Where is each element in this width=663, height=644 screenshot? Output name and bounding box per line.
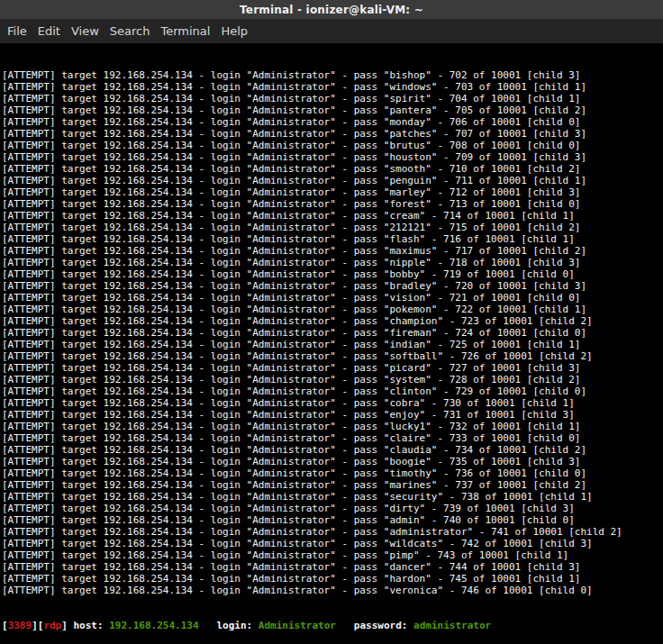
attempt-line: [ATTEMPT] target 192.168.254.134 - login… — [2, 222, 663, 233]
menu-search[interactable]: Search — [104, 24, 156, 38]
attempt-line: [ATTEMPT] target 192.168.254.134 - login… — [2, 491, 663, 503]
attempt-line: [ATTEMPT] target 192.168.254.134 - login… — [2, 409, 663, 421]
attempt-line: [ATTEMPT] target 192.168.254.134 - login… — [2, 585, 663, 596]
attempt-line: [ATTEMPT] target 192.168.254.134 - login… — [2, 233, 663, 245]
attempt-line: [ATTEMPT] target 192.168.254.134 - login… — [2, 573, 663, 585]
attempt-line: [ATTEMPT] target 192.168.254.134 - login… — [2, 315, 663, 327]
attempt-line: [ATTEMPT] target 192.168.254.134 - login… — [2, 163, 663, 175]
attempt-line: [ATTEMPT] target 192.168.254.134 - login… — [2, 526, 663, 538]
attempt-line: [ATTEMPT] target 192.168.254.134 - login… — [2, 93, 663, 104]
credentials-found-line: [3389][rdp] host: 192.168.254.134 login:… — [2, 620, 663, 631]
attempt-line: [ATTEMPT] target 192.168.254.134 - login… — [2, 304, 663, 315]
attempt-line: [ATTEMPT] target 192.168.254.134 - login… — [2, 339, 663, 350]
attempt-line: [ATTEMPT] target 192.168.254.134 - login… — [2, 467, 663, 479]
menu-view[interactable]: View — [66, 24, 104, 38]
attempt-line: [ATTEMPT] target 192.168.254.134 - login… — [2, 538, 663, 549]
attempt-line: [ATTEMPT] target 192.168.254.134 - login… — [2, 362, 663, 374]
attempt-line: [ATTEMPT] target 192.168.254.134 - login… — [2, 175, 663, 186]
attempt-line: [ATTEMPT] target 192.168.254.134 - login… — [2, 549, 663, 561]
attempt-lines: [ATTEMPT] target 192.168.254.134 - login… — [2, 69, 663, 596]
window-title: Terminal - ionizer@kali-VM: ~ — [240, 4, 423, 16]
menu-file[interactable]: File — [2, 24, 32, 38]
attempt-line: [ATTEMPT] target 192.168.254.134 - login… — [2, 81, 663, 93]
attempt-line: [ATTEMPT] target 192.168.254.134 - login… — [2, 503, 663, 514]
terminal-window: Terminal - ionizer@kali-VM: ~ File Edit … — [0, 0, 663, 644]
menu-edit[interactable]: Edit — [32, 24, 66, 38]
menubar: File Edit View Search Terminal Help — [0, 19, 663, 43]
attempt-line: [ATTEMPT] target 192.168.254.134 - login… — [2, 514, 663, 526]
attempt-line: [ATTEMPT] target 192.168.254.134 - login… — [2, 268, 663, 280]
menu-terminal[interactable]: Terminal — [155, 24, 215, 38]
attempt-line: [ATTEMPT] target 192.168.254.134 - login… — [2, 374, 663, 385]
attempt-line: [ATTEMPT] target 192.168.254.134 - login… — [2, 210, 663, 222]
titlebar[interactable]: Terminal - ionizer@kali-VM: ~ — [0, 0, 663, 19]
attempt-line: [ATTEMPT] target 192.168.254.134 - login… — [2, 432, 663, 444]
attempt-line: [ATTEMPT] target 192.168.254.134 - login… — [2, 444, 663, 456]
attempt-line: [ATTEMPT] target 192.168.254.134 - login… — [2, 327, 663, 339]
attempt-line: [ATTEMPT] target 192.168.254.134 - login… — [2, 350, 663, 362]
attempt-line: [ATTEMPT] target 192.168.254.134 - login… — [2, 198, 663, 210]
attempt-line: [ATTEMPT] target 192.168.254.134 - login… — [2, 140, 663, 151]
attempt-line: [ATTEMPT] target 192.168.254.134 - login… — [2, 69, 663, 81]
attempt-line: [ATTEMPT] target 192.168.254.134 - login… — [2, 421, 663, 432]
terminal-screen[interactable]: [ATTEMPT] target 192.168.254.134 - login… — [0, 43, 663, 644]
menu-help[interactable]: Help — [215, 24, 253, 38]
attempt-line: [ATTEMPT] target 192.168.254.134 - login… — [2, 385, 663, 397]
attempt-line: [ATTEMPT] target 192.168.254.134 - login… — [2, 397, 663, 409]
attempt-line: [ATTEMPT] target 192.168.254.134 - login… — [2, 257, 663, 268]
attempt-line: [ATTEMPT] target 192.168.254.134 - login… — [2, 561, 663, 573]
attempt-line: [ATTEMPT] target 192.168.254.134 - login… — [2, 104, 663, 116]
attempt-line: [ATTEMPT] target 192.168.254.134 - login… — [2, 128, 663, 140]
attempt-line: [ATTEMPT] target 192.168.254.134 - login… — [2, 280, 663, 292]
attempt-line: [ATTEMPT] target 192.168.254.134 - login… — [2, 116, 663, 128]
attempt-line: [ATTEMPT] target 192.168.254.134 - login… — [2, 245, 663, 257]
attempt-line: [ATTEMPT] target 192.168.254.134 - login… — [2, 456, 663, 467]
attempt-line: [ATTEMPT] target 192.168.254.134 - login… — [2, 186, 663, 198]
attempt-line: [ATTEMPT] target 192.168.254.134 - login… — [2, 151, 663, 163]
attempt-line: [ATTEMPT] target 192.168.254.134 - login… — [2, 292, 663, 304]
attempt-line: [ATTEMPT] target 192.168.254.134 - login… — [2, 479, 663, 491]
